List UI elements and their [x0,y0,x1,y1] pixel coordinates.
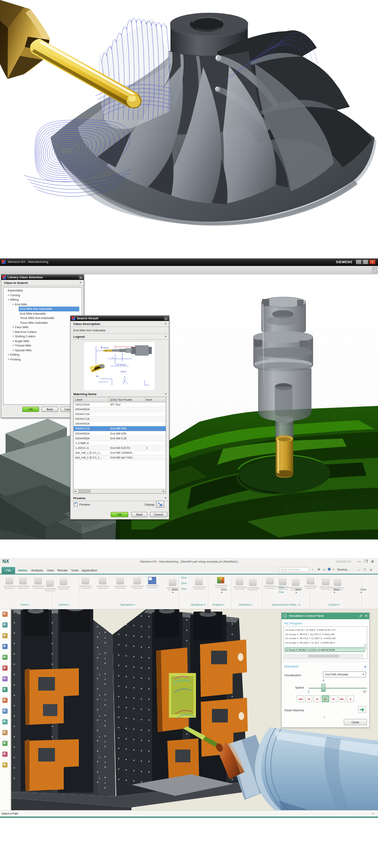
svg-text:A: A [124,376,125,378]
svg-text:R1: R1 [96,375,99,378]
svg-text:L: L [112,356,113,358]
svg-text:H Setup: H Setup [101,346,109,349]
svg-text:DIM 1: DIM 1 [121,370,127,373]
svg-text:L/D Setup: L/D Setup [116,363,125,366]
